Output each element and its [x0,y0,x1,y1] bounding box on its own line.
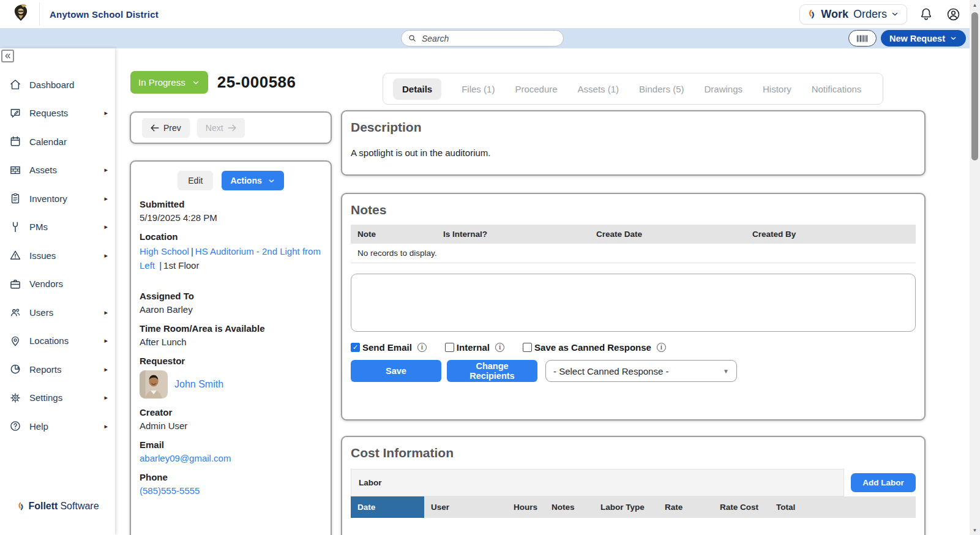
barcode-scan-button[interactable] [848,30,877,47]
col-notes[interactable]: Notes [545,496,594,518]
add-labor-button[interactable]: Add Labor [851,473,916,492]
save-note-button[interactable]: Save [351,360,441,382]
time-available-label: Time Room/Area is Available [140,323,322,334]
expand-arrow-icon: ▸ [104,223,108,231]
email-link[interactable]: abarley09@gmail.com [140,453,231,463]
sidebar-item-calendar[interactable]: Calendar [0,127,115,156]
sidebar-item-pms[interactable]: PMs ▸ [0,213,115,242]
global-search[interactable] [401,30,564,47]
new-request-button[interactable]: New Request [881,30,966,47]
sidebar-item-issues[interactable]: Issues ▸ [0,241,115,270]
location-floor: 1st Floor [163,260,199,271]
tab-details[interactable]: Details [393,78,441,100]
internal-checkbox[interactable]: Internal i [445,342,504,353]
notes-title: Notes [351,203,916,217]
workorder-tabs: Details Files (1) Procedure Assets (1) B… [383,73,883,105]
next-label: Next [206,123,223,133]
description-body: A spotlight is out in the auditorium. [351,148,916,158]
labor-table-header-row: Date User Hours Notes Labor Type Rate Ra… [351,496,916,518]
sidebar-item-label: Settings [29,392,62,403]
tab-procedure[interactable]: Procedure [515,84,557,94]
sidebar-item-dashboard[interactable]: Dashboard [0,70,115,99]
send-email-checkbox[interactable]: ✓ Send Email i [351,342,427,353]
info-icon[interactable]: i [657,343,666,352]
scrollbar-up-arrow[interactable]: ▲ [970,0,980,10]
phone-label: Phone [140,472,322,482]
col-labor-type[interactable]: Labor Type [594,496,658,518]
main-content: In Progress 25-000586 Details Files (1) … [115,48,970,535]
workorder-info-panel: Edit Actions Submitted 5/19/2025 4:28 PM… [130,160,332,535]
description-title: Description [351,120,916,135]
tab-assets[interactable]: Assets (1) [578,84,619,94]
header-divider [39,2,40,26]
tab-binders[interactable]: Binders (5) [639,84,684,94]
sidebar-item-help[interactable]: Help ▸ [0,412,115,441]
sidebar-item-label: Vendors [29,279,63,289]
follett-brand-bold: Follett [28,501,58,512]
time-available-value: After Lunch [140,337,322,347]
top-header: Anytown School District WorkOrders [0,0,970,28]
notifications-bell-button[interactable] [918,6,934,22]
status-label: In Progress [138,77,185,88]
status-dropdown[interactable]: In Progress [130,71,208,94]
page-scrollbar[interactable]: ▲ ▼ [970,0,980,535]
sidebar-item-requests[interactable]: Requests ▸ [0,99,115,128]
col-hours[interactable]: Hours [507,496,545,518]
col-total[interactable]: Total [769,496,916,518]
sidebar-item-label: Dashboard [29,80,74,90]
tab-notifications[interactable]: Notifications [812,84,862,94]
search-input[interactable] [422,34,557,43]
app-switcher-workorders[interactable]: WorkOrders [799,4,907,24]
new-note-textarea[interactable] [351,274,916,332]
sidebar-item-label: Assets [29,165,57,175]
col-user[interactable]: User [424,496,507,518]
edit-button[interactable]: Edit [178,171,213,190]
account-button[interactable] [945,6,961,22]
prev-record-button[interactable]: Prev [142,118,190,138]
scrollbar-down-arrow[interactable]: ▼ [970,525,980,535]
sidebar-collapse-button[interactable] [1,50,14,62]
change-recipients-button[interactable]: Change Recipients [447,360,537,382]
sidebar-item-label: Users [29,307,53,318]
follett-brand-rest: Software [60,501,99,512]
tab-history[interactable]: History [763,84,791,94]
description-panel: Description A spotlight is out in the au… [341,110,926,176]
col-date-sorted[interactable]: Date [351,496,424,518]
next-record-button[interactable]: Next [197,118,245,138]
sidebar-item-settings[interactable]: Settings ▸ [0,384,115,413]
info-icon[interactable]: i [417,343,427,352]
requestor-name-link[interactable]: John Smith [174,379,223,390]
canned-response-select[interactable]: - Select Canned Response - ▼ [545,360,737,382]
sidebar-item-reports[interactable]: Reports ▸ [0,355,115,384]
select-arrow-icon: ▼ [723,368,729,375]
sub-toolbar: New Request [0,28,970,48]
expand-arrow-icon: ▸ [104,166,108,174]
location-school-link[interactable]: High School [140,246,189,256]
sidebar-item-locations[interactable]: Locations ▸ [0,327,115,356]
location-value: High School|HS Auditorium - 2nd Light fr… [140,245,322,272]
requestor-label: Requestor [140,356,322,366]
actions-dropdown-button[interactable]: Actions [222,171,283,190]
barcode-icon [856,34,869,43]
briefcase-icon [9,278,21,290]
info-icon[interactable]: i [495,343,504,352]
tab-drawings[interactable]: Drawings [704,84,742,94]
col-rate-cost[interactable]: Rate Cost [713,496,769,518]
submitted-value: 5/19/2025 4:28 PM [140,212,322,223]
notes-panel: Notes Note Is Internal? Create Date Crea… [341,193,926,421]
col-rate[interactable]: Rate [658,496,713,518]
scrollbar-thumb[interactable] [971,12,978,160]
workorder-header: In Progress 25-000586 [130,71,296,94]
note-buttons-row: Save Change Recipients - Select Canned R… [351,360,916,382]
col-note: Note [351,225,436,244]
save-canned-response-checkbox[interactable]: Save as Canned Response i [523,342,666,353]
sidebar-item-vendors[interactable]: Vendors [0,270,115,299]
tab-files[interactable]: Files (1) [462,84,495,94]
sidebar-item-assets[interactable]: Assets ▸ [0,156,115,185]
phone-link[interactable]: (585)555-5555 [140,485,200,496]
inventory-icon [9,192,21,204]
page: Anytown School District WorkOrders [0,0,980,535]
sidebar-item-users[interactable]: Users ▸ [0,298,115,327]
header-actions: WorkOrders [799,4,961,24]
sidebar-item-inventory[interactable]: Inventory ▸ [0,184,115,213]
